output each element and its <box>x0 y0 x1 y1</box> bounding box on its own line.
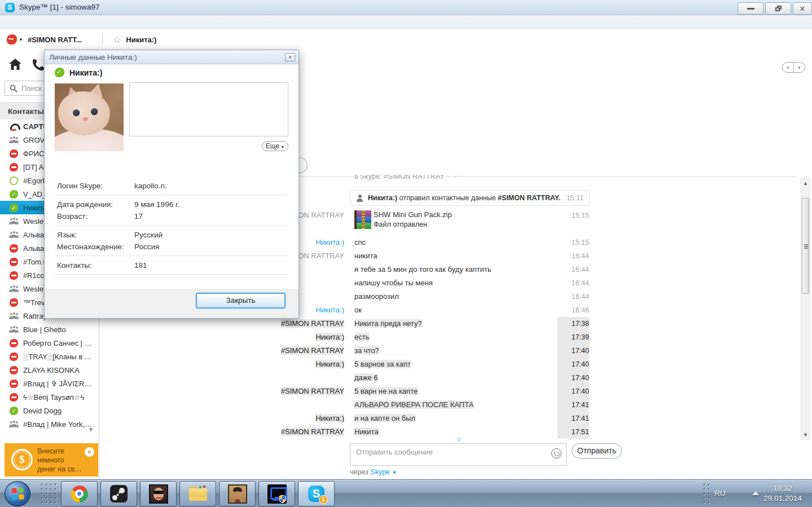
minimize-button[interactable] <box>738 2 763 15</box>
clipped-message: в Skype: #SIMON RATTRAY <box>354 175 445 182</box>
contact-row[interactable]: Devid Dogg <box>0 404 99 417</box>
language-indicator[interactable]: RU <box>714 489 726 497</box>
message-text: Никита преда нету? <box>354 319 422 328</box>
scroll-down-icon[interactable]: ▼ <box>801 432 810 438</box>
emoticon-picker-icon[interactable] <box>551 448 561 458</box>
message-time: 17:40 <box>558 385 589 398</box>
contact-row[interactable]: #Влад | Mike York,… <box>0 417 99 431</box>
file-name[interactable]: SHW Mini Gun Pack.zip <box>374 210 452 219</box>
send-via-selector[interactable]: через Skype ▼ <box>350 468 397 476</box>
mood-message-box[interactable] <box>129 82 288 136</box>
tab-simon-rattray[interactable]: ▼ #SIMON RATT... <box>7 29 82 50</box>
message-text: есть <box>354 333 369 341</box>
taskbar-apps: S1 <box>61 481 335 506</box>
taskbar-skype-button[interactable]: S1 <box>298 481 335 506</box>
message-author[interactable]: #SIMON RATTRAY <box>99 425 344 439</box>
person-icon <box>356 195 363 202</box>
contact-row[interactable]: Blue | Ghetto <box>0 323 99 336</box>
more-button[interactable]: Еще▼ <box>262 141 288 151</box>
phone-icon[interactable] <box>32 59 45 71</box>
status-icon <box>10 420 18 429</box>
notification-time: 15:11 <box>567 194 583 202</box>
message-text: напишу чтобы ты меня <box>354 279 433 287</box>
clock-date: 29.01.2014 <box>755 493 810 504</box>
chat-message-row: Никита:) есть 17:39 <box>99 330 589 344</box>
profile-field-row: Контакты: 181 <box>57 259 289 271</box>
banner-close-icon[interactable]: ✕ <box>85 447 94 457</box>
message-input[interactable]: Отправить сообщение <box>350 443 567 466</box>
taskbar-folder-button[interactable] <box>179 481 216 506</box>
message-time: 17:51 <box>558 425 589 439</box>
taskbar-grip[interactable] <box>39 482 56 505</box>
message-author[interactable]: #SIMON RATTRAY <box>99 317 344 330</box>
message-text: за что? <box>354 346 379 355</box>
contact-row[interactable]: ░TRAY░[Кланы в с… <box>0 350 99 363</box>
steam-icon <box>110 485 128 502</box>
skype-logo-icon: S <box>5 3 15 12</box>
contact-row[interactable]: ZLAYA KISONKA <box>0 363 99 377</box>
taskbar-photo2-button[interactable] <box>219 481 256 506</box>
message-author[interactable]: Никита:) <box>99 330 344 344</box>
message-text: 5 варн не на капте <box>354 387 418 395</box>
uac-shield-icon <box>279 495 286 503</box>
nav-forward-button[interactable]: › <box>794 63 805 72</box>
contacts-scroll-down-icon[interactable]: ▼ <box>88 426 94 433</box>
taskbar-grip[interactable] <box>702 482 710 505</box>
status-icon <box>10 244 18 253</box>
message-time: 17:40 <box>558 371 589 385</box>
home-icon[interactable] <box>9 59 21 70</box>
taskbar-chrome-button[interactable] <box>61 481 98 506</box>
contact-name: Blue | Ghetto <box>23 325 66 334</box>
status-icon <box>10 204 18 212</box>
send-button[interactable]: Отправить <box>572 443 622 458</box>
conversation-nav: ‹ › <box>782 62 805 73</box>
message-author[interactable]: Никита:) <box>99 358 344 371</box>
taskbar-monitor-button[interactable] <box>258 481 295 506</box>
chat-message-row: АЛЬВАРО РИВЕРА ПОСЛЕ КАПТА 17:41 <box>99 398 589 412</box>
monitor-icon <box>267 484 287 504</box>
field-value: 17 <box>134 210 143 222</box>
close-button[interactable]: ✕ <box>793 2 812 15</box>
status-icon <box>10 177 18 185</box>
start-button[interactable] <box>5 481 30 506</box>
message-author[interactable]: #SIMON RATTRAY <box>99 385 344 398</box>
status-icon <box>10 298 18 307</box>
via-value: Skype <box>370 468 390 476</box>
field-value: 181 <box>134 259 147 271</box>
message-author[interactable]: #SIMON RATTRAY <box>99 344 344 358</box>
profile-dialog: Личные данные Никита:) ✕ Никита:) Еще▼ Л… <box>44 50 299 319</box>
photo2-icon <box>228 484 247 504</box>
field-value: Русский <box>134 229 163 241</box>
clock[interactable]: 18:32 29.01.2014 <box>755 483 810 504</box>
nav-back-button[interactable]: ‹ <box>783 63 794 72</box>
message-time: 16:44 <box>558 249 589 263</box>
message-time: 17:40 <box>558 358 589 371</box>
tab-nikita[interactable]: ☆ Никита:) <box>113 29 156 50</box>
message-author[interactable]: Никита:) <box>99 412 344 425</box>
chat-scrollbar[interactable]: ▲ ▼ <box>801 178 810 440</box>
dialog-title-bar[interactable]: Личные данные Никита:) ✕ <box>45 50 299 64</box>
credit-banner[interactable]: Внесите немного денег на св… ✕ <box>5 443 98 477</box>
message-text: и на капте он был <box>354 414 415 422</box>
contact-name: ϟ☆Benj Taysøn☆ϟ <box>23 393 84 402</box>
field-value: 9 мая 1996 г. <box>134 199 179 210</box>
field-value: kapollo.n. <box>134 180 167 192</box>
profile-field-row: Логин Skype: kapollo.n. <box>57 180 289 192</box>
star-icon: ☆ <box>113 35 121 45</box>
dialog-close-button[interactable]: Закрыть <box>196 293 286 308</box>
message-time: 16:46 <box>558 303 589 317</box>
scroll-up-icon[interactable]: ▲ <box>801 180 810 186</box>
contact-row[interactable]: ϟ☆Benj Taysøn☆ϟ <box>0 390 99 404</box>
contact-row[interactable]: Роберто Санчес | B… <box>0 336 99 350</box>
taskbar-photo1-button[interactable] <box>140 481 177 506</box>
message-time: 16:44 <box>558 276 589 290</box>
contact-row[interactable]: #Влад | ✞ JÅVIΣR†… <box>0 377 99 390</box>
restore-button[interactable] <box>765 2 791 15</box>
file-transfer[interactable]: SHW Mini Gun Pack.zip Файл отправлен. <box>354 210 558 229</box>
contact-name: Роберто Санчес | B… <box>23 339 93 347</box>
taskbar-steam-button[interactable] <box>100 481 137 506</box>
chat-message-row: #SIMON RATTRAY 5 варн не на капте 17:40 <box>99 385 589 398</box>
scrollbar-thumb[interactable] <box>802 198 809 294</box>
dialog-close-icon[interactable]: ✕ <box>285 53 295 61</box>
status-icon <box>10 217 18 226</box>
